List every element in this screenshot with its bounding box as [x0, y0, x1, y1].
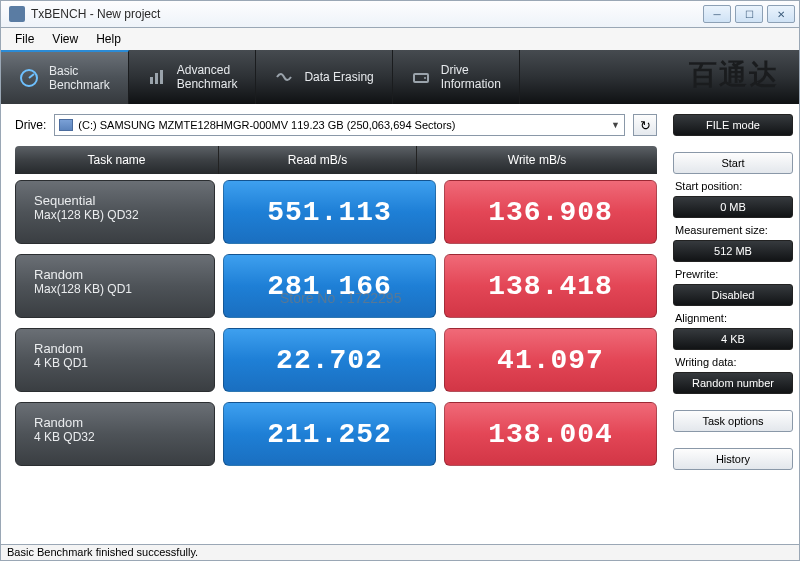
window-title: TxBENCH - New project [31, 7, 703, 21]
alignment-label: Alignment: [673, 310, 793, 324]
tab-label: Advanced Benchmark [177, 63, 238, 91]
main-panel: Drive: (C:) SAMSUNG MZMTE128HMGR-000MV 1… [7, 114, 665, 544]
svg-rect-4 [160, 70, 163, 84]
task-cell: Random Max(128 KB) QD1 [15, 254, 215, 318]
task-title: Random [34, 267, 214, 282]
drive-row: Drive: (C:) SAMSUNG MZMTE128HMGR-000MV 1… [7, 114, 665, 136]
watermark-text: 百通达 [689, 56, 779, 94]
start-position-value[interactable]: 0 MB [673, 196, 793, 218]
task-cell: Random 4 KB QD32 [15, 402, 215, 466]
drive-selected-text: (C:) SAMSUNG MZMTE128HMGR-000MV 119.23 G… [78, 119, 455, 131]
close-button[interactable]: ✕ [767, 5, 795, 23]
read-value: 551.113 [223, 180, 436, 244]
result-row: Random Max(128 KB) QD1 281.166 138.418 [15, 254, 657, 318]
alignment-value[interactable]: 4 KB [673, 328, 793, 350]
result-row: Sequential Max(128 KB) QD32 551.113 136.… [15, 180, 657, 244]
disk-icon [59, 119, 73, 131]
results-header: Task name Read mB/s Write mB/s [15, 146, 657, 174]
write-value: 41.097 [444, 328, 657, 392]
start-position-label: Start position: [673, 178, 793, 192]
write-value: 138.418 [444, 254, 657, 318]
header-write: Write mB/s [417, 146, 657, 174]
svg-rect-2 [150, 77, 153, 84]
tab-drive-information[interactable]: Drive Information [393, 50, 520, 104]
tab-basic-benchmark[interactable]: Basic Benchmark [1, 50, 129, 104]
refresh-button[interactable]: ↻ [633, 114, 657, 136]
content-area: Drive: (C:) SAMSUNG MZMTE128HMGR-000MV 1… [0, 104, 800, 544]
chevron-down-icon: ▼ [611, 120, 620, 130]
result-row: Random 4 KB QD1 22.702 41.097 [15, 328, 657, 392]
results-rows: Sequential Max(128 KB) QD32 551.113 136.… [15, 180, 657, 466]
write-value: 136.908 [444, 180, 657, 244]
side-panel: FILE mode Start Start position: 0 MB Mea… [673, 114, 793, 544]
task-title: Sequential [34, 193, 214, 208]
task-title: Random [34, 415, 214, 430]
tab-label: Basic Benchmark [49, 64, 110, 92]
writing-data-label: Writing data: [673, 354, 793, 368]
tab-label: Drive Information [441, 63, 501, 91]
minimize-button[interactable]: ─ [703, 5, 731, 23]
writing-data-value[interactable]: Random number [673, 372, 793, 394]
menu-bar: File View Help [0, 28, 800, 50]
task-subtitle: Max(128 KB) QD1 [34, 282, 214, 297]
task-subtitle: 4 KB QD1 [34, 356, 214, 371]
app-icon [9, 6, 25, 22]
tab-label: Data Erasing [304, 70, 373, 84]
write-value: 138.004 [444, 402, 657, 466]
prewrite-value[interactable]: Disabled [673, 284, 793, 306]
read-value: 22.702 [223, 328, 436, 392]
menu-help[interactable]: Help [88, 30, 129, 48]
svg-line-1 [29, 74, 34, 78]
bars-icon [147, 67, 167, 87]
erase-icon [274, 67, 294, 87]
result-row: Random 4 KB QD32 211.252 138.004 [15, 402, 657, 466]
tab-bar: Basic Benchmark Advanced Benchmark Data … [0, 50, 800, 104]
tab-advanced-benchmark[interactable]: Advanced Benchmark [129, 50, 257, 104]
svg-point-6 [424, 77, 426, 79]
tab-data-erasing[interactable]: Data Erasing [256, 50, 392, 104]
title-bar: TxBENCH - New project ─ ☐ ✕ [0, 0, 800, 28]
task-subtitle: Max(128 KB) QD32 [34, 208, 214, 223]
task-options-button[interactable]: Task options [673, 410, 793, 432]
file-mode-button[interactable]: FILE mode [673, 114, 793, 136]
measurement-size-label: Measurement size: [673, 222, 793, 236]
menu-view[interactable]: View [44, 30, 86, 48]
svg-rect-3 [155, 73, 158, 84]
status-bar: Basic Benchmark finished successfully. [0, 544, 800, 561]
task-subtitle: 4 KB QD32 [34, 430, 214, 445]
read-value: 211.252 [223, 402, 436, 466]
history-button[interactable]: History [673, 448, 793, 470]
drive-label: Drive: [15, 118, 46, 132]
start-button[interactable]: Start [673, 152, 793, 174]
header-read: Read mB/s [219, 146, 417, 174]
header-task: Task name [15, 146, 219, 174]
gauge-icon [19, 68, 39, 88]
measurement-size-value[interactable]: 512 MB [673, 240, 793, 262]
drive-icon [411, 67, 431, 87]
task-title: Random [34, 341, 214, 356]
task-cell: Random 4 KB QD1 [15, 328, 215, 392]
maximize-button[interactable]: ☐ [735, 5, 763, 23]
drive-select[interactable]: (C:) SAMSUNG MZMTE128HMGR-000MV 119.23 G… [54, 114, 625, 136]
read-value: 281.166 [223, 254, 436, 318]
prewrite-label: Prewrite: [673, 266, 793, 280]
menu-file[interactable]: File [7, 30, 42, 48]
task-cell: Sequential Max(128 KB) QD32 [15, 180, 215, 244]
